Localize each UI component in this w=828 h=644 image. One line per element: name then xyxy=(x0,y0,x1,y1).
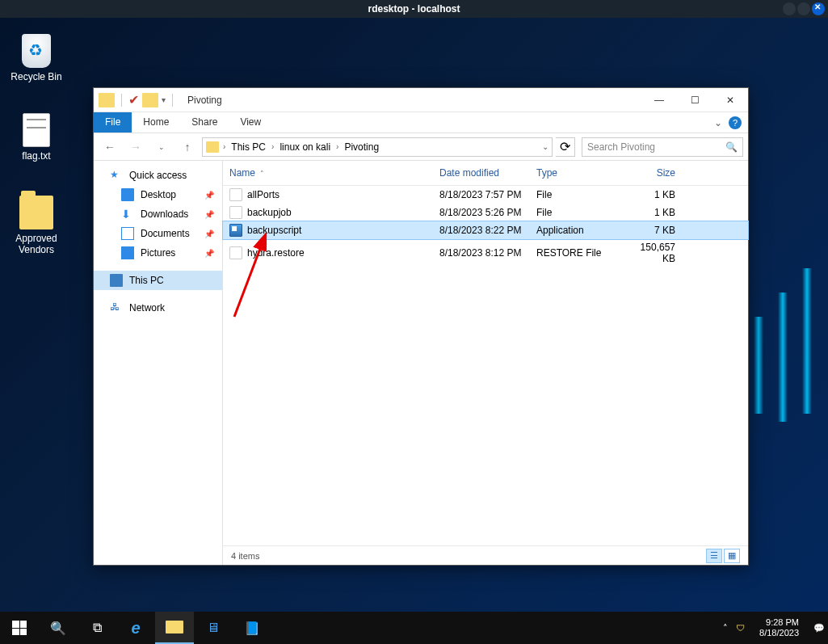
task-view-button[interactable]: ⧉ xyxy=(78,612,116,644)
nav-pictures[interactable]: Pictures📌 xyxy=(94,243,222,263)
tab-file[interactable]: File xyxy=(94,112,132,133)
nav-label: Desktop xyxy=(141,189,176,200)
rdesktop-titlebar: rdesktop - localhost xyxy=(0,0,828,18)
recent-locations-button[interactable]: ⌄ xyxy=(150,137,173,158)
search-icon: 🔍 xyxy=(725,141,738,153)
rdesktop-max-icon[interactable] xyxy=(797,2,810,15)
clock-time: 9:28 PM xyxy=(759,617,799,628)
file-row[interactable]: hydra.restore8/18/2023 8:12 PMRESTORE Fi… xyxy=(223,239,748,267)
taskbar-app-1[interactable]: 🖥 xyxy=(194,612,233,644)
file-date: 8/18/2023 7:57 PM xyxy=(433,187,530,202)
file-row[interactable]: allPorts8/18/2023 7:57 PMFile1 KB xyxy=(223,186,748,204)
nav-toolbar: ← → ⌄ ↑ › This PC › linux on kali › Pivo… xyxy=(94,133,748,161)
pin-icon: 📌 xyxy=(204,249,214,258)
ribbon-tabs: File Home Share View ⌄ ? xyxy=(94,112,748,133)
file-date: 8/18/2023 8:12 PM xyxy=(433,246,530,260)
nav-desktop[interactable]: Desktop📌 xyxy=(94,185,222,204)
folder-icon xyxy=(19,196,53,229)
taskbar: 🔍 ⧉ e 🖥 📘 ˄ 🛡 9:28 PM 8/18/2023 💬 xyxy=(0,612,828,644)
window-titlebar[interactable]: ✔ ▾ Pivoting — ☐ ✕ xyxy=(94,88,748,112)
vendors-label: Approved Vendors xyxy=(6,233,66,255)
breadcrumb-linux-on-kali[interactable]: linux on kali xyxy=(276,140,334,154)
tab-share[interactable]: Share xyxy=(180,112,229,133)
nav-network[interactable]: 🖧Network xyxy=(94,298,222,318)
action-center-icon[interactable]: 💬 xyxy=(813,623,825,633)
ribbon-expand-icon[interactable]: ⌄ xyxy=(714,117,722,128)
taskbar-clock[interactable]: 9:28 PM 8/18/2023 xyxy=(753,617,805,638)
maximize-button[interactable]: ☐ xyxy=(677,88,712,112)
nav-documents[interactable]: Documents📌 xyxy=(94,224,222,243)
nav-label: Quick access xyxy=(129,170,187,181)
file-icon xyxy=(229,246,242,259)
file-size: 7 KB xyxy=(627,223,682,238)
file-rows: allPorts8/18/2023 7:57 PMFile1 KBbackupj… xyxy=(223,186,748,545)
breadcrumb-this-pc[interactable]: This PC xyxy=(228,140,269,154)
col-size[interactable]: Size xyxy=(627,164,682,182)
up-button[interactable]: ↑ xyxy=(176,137,199,158)
column-headers[interactable]: Name˄ Date modified Type Size xyxy=(223,161,748,186)
file-name: allPorts xyxy=(247,189,280,200)
taskbar-ie[interactable]: e xyxy=(116,612,155,644)
recycle-bin-icon xyxy=(22,34,51,68)
search-button[interactable]: 🔍 xyxy=(39,612,78,644)
qat-dropdown-icon[interactable]: ▾ xyxy=(162,95,166,104)
item-count: 4 items xyxy=(231,551,259,561)
address-bar[interactable]: › This PC › linux on kali › Pivoting ⌄ xyxy=(202,137,553,157)
taskbar-file-explorer[interactable] xyxy=(155,612,194,644)
file-icon xyxy=(229,206,242,219)
start-button[interactable] xyxy=(0,612,39,644)
nav-label: Downloads xyxy=(141,208,188,220)
nav-label: This PC xyxy=(129,275,164,286)
address-dropdown-icon[interactable]: ⌄ xyxy=(542,142,548,151)
file-name: hydra.restore xyxy=(247,247,305,259)
folder-icon xyxy=(206,141,219,153)
file-row[interactable]: backupscript8/18/2023 8:22 PMApplication… xyxy=(223,221,748,239)
text-file-icon xyxy=(23,113,50,147)
checkmark-icon[interactable]: ✔ xyxy=(128,92,139,107)
flag-label: flag.txt xyxy=(6,150,66,162)
nav-quick-access[interactable]: ★Quick access xyxy=(94,166,222,185)
status-bar: 4 items ☰ ▦ xyxy=(223,545,748,565)
close-button[interactable]: ✕ xyxy=(712,88,748,112)
forward-button[interactable]: → xyxy=(124,137,147,158)
folder-icon xyxy=(142,93,158,107)
windows-desktop[interactable]: Recycle Bin flag.txt Approved Vendors ✔ … xyxy=(0,18,828,644)
search-placeholder: Search Pivoting xyxy=(587,141,655,153)
nav-label: Documents xyxy=(141,228,190,239)
tab-home[interactable]: Home xyxy=(132,112,180,133)
col-date[interactable]: Date modified xyxy=(433,164,530,182)
desktop-icon-flag-txt[interactable]: flag.txt xyxy=(6,113,66,162)
back-button[interactable]: ← xyxy=(99,137,121,158)
file-name: backupjob xyxy=(247,207,292,218)
breadcrumb-pivoting[interactable]: Pivoting xyxy=(341,140,382,154)
file-explorer-window: ✔ ▾ Pivoting — ☐ ✕ File Home Share View … xyxy=(93,87,749,566)
nav-downloads[interactable]: Downloads📌 xyxy=(94,204,222,224)
file-date: 8/18/2023 8:22 PM xyxy=(433,223,530,238)
tray-security-icon[interactable]: 🛡 xyxy=(736,623,745,633)
file-size: 150,657 KB xyxy=(627,240,682,266)
tab-view[interactable]: View xyxy=(229,112,272,133)
file-row[interactable]: backupjob8/18/2023 5:26 PMFile1 KB xyxy=(223,204,748,221)
nav-this-pc[interactable]: This PC xyxy=(94,271,222,290)
sort-asc-icon: ˄ xyxy=(260,170,264,178)
file-type: RESTORE File xyxy=(530,246,627,260)
col-type[interactable]: Type xyxy=(530,164,627,182)
desktop-icon-recycle-bin[interactable]: Recycle Bin xyxy=(6,34,66,82)
minimize-button[interactable]: — xyxy=(641,88,677,112)
search-input[interactable]: Search Pivoting 🔍 xyxy=(582,137,743,157)
rdesktop-title: rdesktop - localhost xyxy=(368,3,460,15)
file-size: 1 KB xyxy=(627,187,682,202)
desktop-icon-approved-vendors[interactable]: Approved Vendors xyxy=(6,196,66,255)
taskbar-app-2[interactable]: 📘 xyxy=(233,612,271,644)
folder-icon xyxy=(99,93,115,107)
view-large-icons-button[interactable]: ▦ xyxy=(724,549,740,563)
tray-chevron-icon[interactable]: ˄ xyxy=(723,623,728,633)
pin-icon: 📌 xyxy=(204,210,214,219)
pin-icon: 📌 xyxy=(204,191,214,200)
rdesktop-close-icon[interactable] xyxy=(812,2,825,15)
help-icon[interactable]: ? xyxy=(729,116,742,129)
refresh-button[interactable]: ⟳ xyxy=(556,137,575,157)
file-type: Application xyxy=(530,223,627,238)
rdesktop-min-icon[interactable] xyxy=(783,2,796,15)
view-details-button[interactable]: ☰ xyxy=(706,549,722,563)
